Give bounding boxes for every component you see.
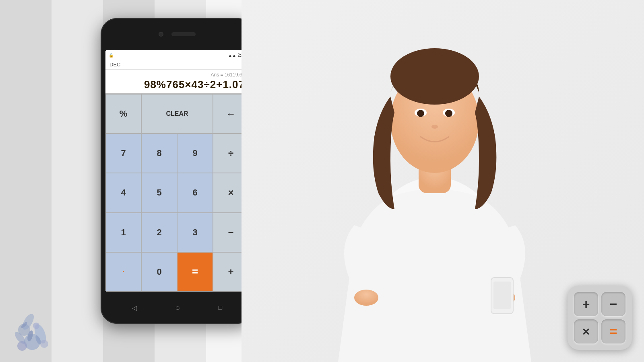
percent-button[interactable]: %: [105, 94, 141, 134]
answer-line: Ans = 16119.62: [109, 72, 245, 78]
one-button[interactable]: 1: [105, 213, 141, 252]
floral-decoration: [0, 282, 80, 362]
calculator-app-icon[interactable]: + − × =: [568, 286, 632, 350]
svg-point-6: [17, 341, 27, 351]
four-button[interactable]: 4: [105, 173, 141, 212]
svg-point-15: [390, 48, 479, 105]
calculator-app: 🔒 ▲▲ 2:31 DEC Ans = 16119.62 98%765×43÷2…: [105, 50, 249, 292]
status-left-icons: 🔒: [109, 53, 114, 58]
svg-point-7: [40, 340, 48, 348]
six-button[interactable]: 6: [177, 173, 213, 212]
svg-point-20: [431, 125, 438, 129]
equals-button[interactable]: =: [177, 252, 213, 292]
clear-button[interactable]: CLEAR: [141, 94, 213, 134]
phone-speaker: [171, 32, 196, 36]
svg-point-5: [33, 323, 39, 329]
seven-button[interactable]: 7: [105, 134, 141, 173]
app-icon-equals: =: [601, 319, 625, 343]
signal-icon: ▲▲: [228, 53, 236, 58]
button-grid: % CLEAR ← 7 8 9 ÷ 4 5 6 × 1 2 3: [105, 94, 249, 292]
status-bar: 🔒 ▲▲ 2:31: [105, 50, 249, 60]
eight-button[interactable]: 8: [141, 134, 177, 173]
svg-rect-24: [493, 282, 511, 309]
two-button[interactable]: 2: [141, 213, 177, 252]
dec-label: DEC: [109, 62, 120, 68]
phone-nav-bar: ◁ ○ □: [101, 292, 254, 324]
recent-button[interactable]: □: [219, 304, 223, 311]
three-button[interactable]: 3: [177, 213, 213, 252]
nine-button[interactable]: 9: [177, 134, 213, 173]
svg-point-19: [445, 110, 452, 117]
phone-body: 🔒 ▲▲ 2:31 DEC Ans = 16119.62 98%765×43÷2…: [101, 18, 254, 324]
svg-point-17: [417, 110, 424, 117]
expression-line: 98%765×43÷2+1.07: [109, 78, 245, 91]
back-button[interactable]: ◁: [132, 304, 137, 312]
app-icon-minus: −: [601, 292, 625, 316]
five-button[interactable]: 5: [141, 173, 177, 212]
dec-mode-bar: DEC: [105, 60, 249, 70]
home-button[interactable]: ○: [175, 303, 180, 313]
phone-screen: 🔒 ▲▲ 2:31 DEC Ans = 16119.62 98%765×43÷2…: [105, 50, 249, 292]
calculator-display: Ans = 16119.62 98%765×43÷2+1.07: [105, 70, 249, 94]
zero-button[interactable]: 0: [141, 252, 177, 292]
app-icon-plus: +: [574, 292, 598, 316]
phone-top-bar: [101, 18, 254, 50]
app-icon-multiply: ×: [574, 319, 598, 343]
phone-device: 🔒 ▲▲ 2:31 DEC Ans = 16119.62 98%765×43÷2…: [101, 18, 254, 324]
front-camera: [159, 32, 163, 37]
svg-point-21: [354, 290, 378, 306]
dot-button[interactable]: •: [105, 252, 141, 292]
